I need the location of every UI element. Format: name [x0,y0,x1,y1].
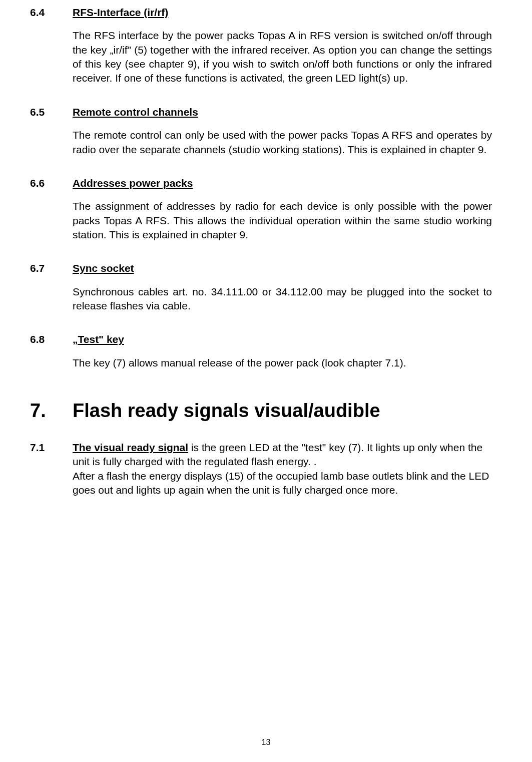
section-6-4: 6.4 RFS-Interface (ir/rf) The RFS interf… [30,5,492,86]
lead-phrase: The visual ready signal [73,442,188,453]
section-7-1: 7.1 The visual ready signal is the green… [30,441,492,497]
section-6-5: 6.5 Remote control channels The remote c… [30,105,492,157]
section-body: The RFS interface by the power packs Top… [73,29,492,85]
section-body: The remote control can only be used with… [73,128,492,157]
section-header-row: 6.5 Remote control channels [30,105,492,119]
section-body: The visual ready signal is the green LED… [73,441,492,497]
body-line-2: After a flash the energy displays (15) o… [73,470,489,496]
section-row: 7.1 The visual ready signal is the green… [30,441,492,497]
section-number: 7.1 [30,441,73,455]
section-number: 6.6 [30,176,73,190]
chapter-7-header: 7. Flash ready signals visual/audible [30,400,492,422]
section-heading: „Test" key [73,332,124,346]
section-body: The key (7) allows manual release of the… [73,356,492,370]
section-header-row: 6.6 Addresses power packs [30,176,492,190]
section-header-row: 6.8 „Test" key [30,332,492,346]
section-body: Synchronous cables art. no. 34.111.00 or… [73,285,492,313]
section-6-7: 6.7 Sync socket Synchronous cables art. … [30,261,492,313]
section-body: The assignment of addresses by radio for… [73,199,492,242]
section-heading: Addresses power packs [73,176,193,190]
section-heading: Sync socket [73,261,134,275]
section-heading: Remote control channels [73,105,198,119]
section-header-row: 6.7 Sync socket [30,261,492,275]
section-6-6: 6.6 Addresses power packs The assignment… [30,176,492,242]
section-header-row: 6.4 RFS-Interface (ir/rf) [30,5,492,20]
document-page: 6.4 RFS-Interface (ir/rf) The RFS interf… [0,0,532,762]
section-number: 6.4 [30,5,73,20]
section-number: 6.5 [30,105,73,119]
chapter-title: Flash ready signals visual/audible [73,400,380,422]
page-number: 13 [0,738,532,747]
section-6-8: 6.8 „Test" key The key (7) allows manual… [30,332,492,370]
section-heading: RFS-Interface (ir/rf) [73,5,168,20]
section-number: 6.7 [30,261,73,275]
section-number: 6.8 [30,332,73,346]
chapter-number: 7. [30,400,73,422]
